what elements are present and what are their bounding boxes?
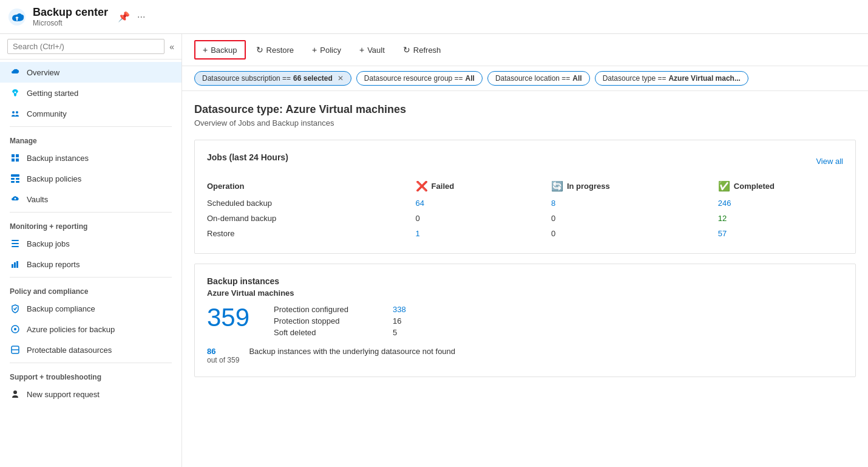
filter-bar: Datasource subscription == 66 selected ✕… (182, 66, 868, 91)
search-input[interactable] (7, 39, 164, 54)
filter-resource-group-value: All (466, 74, 475, 83)
failed-icon: ❌ (416, 180, 428, 192)
restore-failed-link[interactable]: 1 (416, 229, 420, 238)
refresh-button[interactable]: ↻ Refresh (395, 41, 449, 59)
protection-stopped-value: 16 (393, 316, 401, 326)
backup-instances-card: Backup instances Azure Virtual machines … (194, 264, 856, 377)
backup-instances-section-title: Backup instances (207, 276, 843, 286)
backup-button[interactable]: + Backup (194, 40, 246, 60)
sidebar-item-backup-instances[interactable]: Backup instances (0, 148, 181, 168)
chart-icon (10, 259, 21, 270)
pin-icon[interactable]: 📌 (115, 10, 132, 24)
svg-rect-10 (16, 178, 19, 180)
sidebar-item-azure-policies[interactable]: Azure policies for backup (0, 319, 181, 339)
job-completed-scheduled: 246 (718, 196, 843, 211)
sidebar-item-backup-reports[interactable]: Backup reports (0, 254, 181, 274)
footer-count-link[interactable]: 86 (207, 347, 239, 356)
svg-rect-16 (12, 246, 19, 247)
rocket-icon (10, 87, 21, 98)
instances-details: Protection configured 338 Protection sto… (274, 305, 406, 337)
sidebar-item-vaults[interactable]: Vaults (0, 189, 181, 210)
job-failed-restore: 1 (416, 226, 551, 241)
col-header-progress: 🔄 In progress (551, 177, 718, 196)
main-layout: « Overview Getting started (0, 34, 868, 467)
title-actions: 📌 ··· (115, 10, 147, 24)
sidebar-item-community[interactable]: Community (0, 103, 181, 124)
sidebar-label-getting-started: Getting started (27, 89, 78, 98)
col-header-operation: Operation (207, 177, 416, 196)
policy-button[interactable]: + Policy (304, 41, 349, 59)
view-all-link[interactable]: View all (816, 157, 843, 166)
svg-point-3 (16, 111, 18, 114)
sidebar-item-backup-policies[interactable]: Backup policies (0, 168, 181, 189)
sidebar-search-container: « (0, 34, 181, 60)
vault-plus-icon: + (359, 45, 364, 55)
sidebar-item-protectable-datasources[interactable]: Protectable datasources (0, 339, 181, 360)
restore-completed-link[interactable]: 57 (718, 229, 727, 238)
footer-desc: Backup instances with the underlying dat… (249, 347, 455, 356)
filter-subscription-close[interactable]: ✕ (337, 74, 344, 83)
refresh-icon: ↻ (403, 45, 410, 55)
table-icon (10, 173, 21, 184)
scheduled-completed-link[interactable]: 246 (718, 199, 731, 208)
page-title: Datasource type: Azure Virtual machines (194, 103, 856, 116)
sidebar-label-backup-instances: Backup instances (27, 154, 89, 163)
svg-point-1 (15, 92, 16, 94)
job-progress-restore: 0 (551, 226, 718, 241)
sidebar-item-overview[interactable]: Overview (0, 62, 181, 83)
list-icon (10, 238, 21, 249)
section-header-support: Support + troubleshooting (0, 366, 181, 384)
divider-monitoring (10, 212, 172, 213)
svg-rect-11 (11, 181, 15, 183)
svg-point-21 (14, 328, 16, 330)
svg-point-2 (12, 111, 15, 114)
sidebar-item-getting-started[interactable]: Getting started (0, 83, 181, 103)
filter-subscription[interactable]: Datasource subscription == 66 selected ✕ (194, 71, 351, 86)
progress-icon: 🔄 (551, 180, 563, 192)
instances-total-count: 359 (207, 305, 249, 330)
sidebar-label-overview: Overview (27, 68, 59, 77)
detail-row-soft-deleted: Soft deleted 5 (274, 328, 406, 337)
sidebar-item-new-support-request[interactable]: New support request (0, 384, 181, 404)
scheduled-progress-link[interactable]: 8 (551, 199, 555, 208)
backup-instances-machine-title: Azure Virtual machines (207, 288, 843, 298)
svg-rect-18 (14, 262, 16, 268)
backup-button-label: Backup (211, 46, 237, 55)
sidebar-item-backup-compliance[interactable]: Backup compliance (0, 298, 181, 319)
vault-button[interactable]: + Vault (351, 41, 393, 59)
filter-resource-group-label: Datasource resource group == (364, 74, 463, 83)
person-icon (10, 389, 21, 400)
filter-subscription-label: Datasource subscription == (202, 74, 291, 83)
ondemand-completed-link[interactable]: 12 (718, 214, 727, 223)
protection-configured-value[interactable]: 338 (393, 305, 406, 314)
protection-stopped-label: Protection stopped (274, 316, 383, 326)
svg-rect-4 (12, 154, 15, 157)
filter-location-label: Datasource location == (495, 74, 570, 83)
divider-support (10, 363, 172, 363)
app-title: Backup center (33, 6, 108, 19)
policy-icon (10, 324, 21, 335)
col-failed-label: Failed (432, 182, 455, 191)
col-header-completed: ✅ Completed (718, 177, 843, 196)
svg-rect-8 (11, 174, 19, 177)
policy-button-label: Policy (320, 46, 341, 55)
col-header-failed: ❌ Failed (416, 177, 551, 196)
sidebar-label-backup-jobs: Backup jobs (27, 239, 70, 248)
refresh-button-label: Refresh (413, 46, 441, 55)
restore-button-label: Restore (266, 46, 294, 55)
restore-button[interactable]: ↻ Restore (248, 41, 302, 59)
sidebar-item-backup-jobs[interactable]: Backup jobs (0, 233, 181, 254)
job-progress-ondemand: 0 (551, 211, 718, 226)
scheduled-failed-link[interactable]: 64 (416, 199, 424, 208)
svg-point-13 (15, 198, 16, 200)
sidebar-nav: Overview Getting started Community Manag… (0, 60, 181, 467)
soft-deleted-label: Soft deleted (274, 328, 383, 337)
more-icon[interactable]: ··· (135, 10, 147, 24)
collapse-button[interactable]: « (169, 42, 174, 52)
filter-location[interactable]: Datasource location == All (487, 71, 590, 86)
filter-datasource-type[interactable]: Datasource type == Azure Virtual mach... (595, 71, 748, 86)
sidebar-label-backup-policies: Backup policies (27, 174, 81, 183)
sidebar-label-community: Community (27, 109, 67, 118)
filter-resource-group[interactable]: Datasource resource group == All (356, 71, 483, 86)
job-failed-ondemand: 0 (416, 211, 551, 226)
